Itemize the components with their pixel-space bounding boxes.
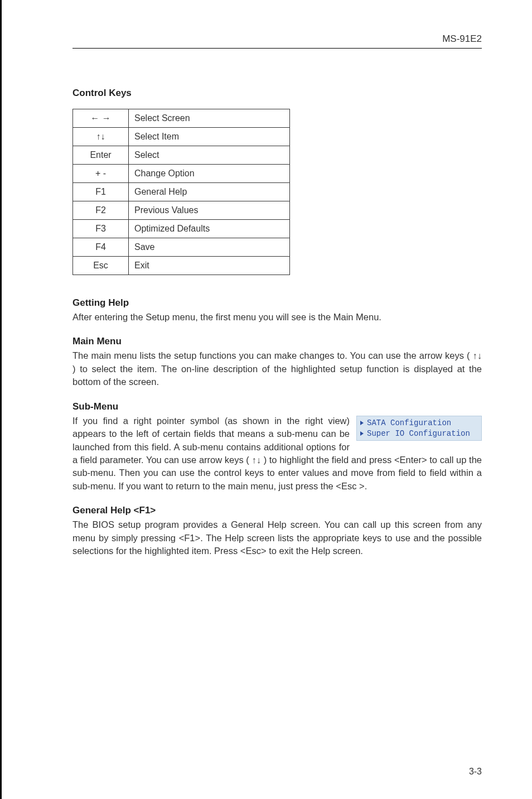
inset-row: Super IO Configuration xyxy=(360,429,478,439)
pointer-icon xyxy=(360,431,364,436)
general-help-section: General Help <F1> The BIOS setup program… xyxy=(72,505,482,557)
desc-cell: Select xyxy=(129,146,290,165)
key-cell: F2 xyxy=(73,201,129,220)
getting-help-text: After entering the Setup menu, the first… xyxy=(72,311,482,324)
main-menu-title: Main Menu xyxy=(72,336,482,347)
key-cell: + - xyxy=(73,165,129,183)
key-cell: Esc xyxy=(73,257,129,275)
key-cell: F4 xyxy=(73,238,129,257)
table-row: F3 Optimized Defaults xyxy=(73,220,290,238)
inset-line1: SATA Configuration xyxy=(367,418,451,429)
desc-cell: General Help xyxy=(129,183,290,201)
desc-cell: Change Option xyxy=(129,165,290,183)
desc-cell: Select Item xyxy=(129,128,290,146)
page-number: 3-3 xyxy=(469,767,482,777)
getting-help-section: Getting Help After entering the Setup me… xyxy=(72,297,482,324)
table-row: ↑↓ Select Item xyxy=(73,128,290,146)
control-keys-title: Control Keys xyxy=(72,88,482,99)
desc-cell: Optimized Defaults xyxy=(129,220,290,238)
control-keys-section: Control Keys ← → Select Screen ↑↓ Select… xyxy=(72,88,482,275)
sub-menu-section: Sub-Menu SATA Configuration Super IO Con… xyxy=(72,401,482,493)
page-container: MS-91E2 Control Keys ← → Select Screen ↑… xyxy=(0,0,532,799)
header-bar: MS-91E2 xyxy=(72,33,482,49)
general-help-text: The BIOS setup program provides a Genera… xyxy=(72,518,482,557)
table-row: Esc Exit xyxy=(73,257,290,275)
desc-cell: Save xyxy=(129,238,290,257)
main-menu-section: Main Menu The main menu lists the setup … xyxy=(72,336,482,388)
key-cell: ↑↓ xyxy=(73,128,129,146)
table-row: F1 General Help xyxy=(73,183,290,201)
control-keys-table: ← → Select Screen ↑↓ Select Item Enter S… xyxy=(72,109,290,275)
getting-help-title: Getting Help xyxy=(72,297,482,309)
general-help-title: General Help <F1> xyxy=(72,505,482,516)
table-row: F2 Previous Values xyxy=(73,201,290,220)
desc-cell: Exit xyxy=(129,257,290,275)
key-cell: Enter xyxy=(73,146,129,165)
table-row: Enter Select xyxy=(73,146,290,165)
main-menu-text: The main menu lists the setup functions … xyxy=(72,349,482,388)
inset-line2: Super IO Configuration xyxy=(367,429,470,439)
table-row: F4 Save xyxy=(73,238,290,257)
sub-menu-text: SATA Configuration Super IO Configuratio… xyxy=(72,415,482,493)
desc-cell: Select Screen xyxy=(129,109,290,128)
model-label: MS-91E2 xyxy=(442,33,482,44)
key-cell: ← → xyxy=(73,109,129,128)
table-row: ← → Select Screen xyxy=(73,109,290,128)
desc-cell: Previous Values xyxy=(129,201,290,220)
table-row: + - Change Option xyxy=(73,165,290,183)
sub-menu-inset: SATA Configuration Super IO Configuratio… xyxy=(356,416,482,441)
key-cell: F1 xyxy=(73,183,129,201)
inset-row: SATA Configuration xyxy=(360,418,478,429)
pointer-icon xyxy=(360,421,364,425)
key-cell: F3 xyxy=(73,220,129,238)
sub-menu-title: Sub-Menu xyxy=(72,401,482,412)
